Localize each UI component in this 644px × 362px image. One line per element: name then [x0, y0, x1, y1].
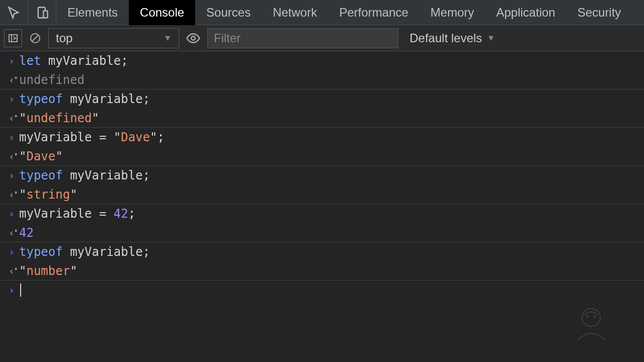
- console-input-row: ›typeof myVariable;: [0, 89, 644, 109]
- output-arrow-icon: ‹: [4, 189, 19, 201]
- tab-application[interactable]: Application: [485, 0, 566, 25]
- console-input-row: ›let myVariable;: [0, 51, 644, 70]
- tab-performance[interactable]: Performance: [328, 0, 419, 25]
- tab-memory[interactable]: Memory: [420, 0, 486, 25]
- svg-point-7: [582, 309, 600, 327]
- console-input-row: ›myVariable = "Dave";: [0, 128, 644, 147]
- svg-point-8: [587, 316, 589, 318]
- console-output-row: ‹"Dave": [0, 147, 644, 166]
- tab-sources[interactable]: Sources: [195, 0, 262, 25]
- clear-console-icon[interactable]: [26, 29, 44, 47]
- output-arrow-icon: ‹: [4, 74, 19, 86]
- tab-security[interactable]: Security: [567, 0, 632, 25]
- context-value: top: [56, 31, 72, 45]
- console-prompt[interactable]: ›: [0, 281, 644, 300]
- console-output-row: ‹42: [0, 223, 644, 242]
- input-arrow-icon: ›: [4, 55, 19, 67]
- context-selector[interactable]: top ▼: [48, 28, 179, 48]
- live-expression-icon[interactable]: [183, 31, 203, 46]
- tab-elements[interactable]: Elements: [56, 0, 129, 25]
- code-content: let myVariable;: [19, 54, 128, 68]
- output-arrow-icon: ‹: [4, 265, 19, 277]
- output-arrow-icon: ‹: [4, 227, 19, 239]
- devtools-tabs: ElementsConsoleSourcesNetworkPerformance…: [0, 0, 644, 25]
- code-content: myVariable = 42;: [19, 207, 135, 221]
- code-content: "number": [19, 264, 77, 278]
- input-arrow-icon: ›: [4, 284, 19, 296]
- svg-point-9: [594, 316, 596, 318]
- code-content: typeof myVariable;: [19, 92, 150, 106]
- code-content: typeof myVariable;: [19, 168, 150, 183]
- console-output: ›let myVariable;‹undefined›typeof myVari…: [0, 51, 644, 300]
- svg-line-5: [32, 35, 38, 41]
- chevron-down-icon: ▼: [164, 34, 172, 43]
- log-levels-selector[interactable]: Default levels ▼: [403, 31, 495, 45]
- output-arrow-icon: ‹: [4, 112, 19, 124]
- console-input-row: ›typeof myVariable;: [0, 242, 644, 261]
- filter-input[interactable]: Filter: [207, 28, 398, 48]
- input-arrow-icon: ›: [4, 131, 19, 143]
- svg-rect-1: [43, 11, 47, 18]
- input-arrow-icon: ›: [4, 169, 19, 182]
- console-toolbar: top ▼ Filter Default levels ▼: [0, 25, 644, 51]
- output-arrow-icon: ‹: [4, 150, 19, 162]
- console-output-row: ‹"number": [0, 261, 644, 281]
- watermark-icon: [569, 302, 614, 347]
- code-content: myVariable = "Dave";: [19, 130, 165, 144]
- toggle-sidebar-icon[interactable]: [4, 29, 22, 47]
- code-content: undefined: [19, 73, 85, 87]
- console-output-row: ‹"undefined": [0, 109, 644, 128]
- svg-point-6: [191, 36, 195, 40]
- device-toolbar-icon[interactable]: [28, 0, 56, 25]
- tab-network[interactable]: Network: [262, 0, 328, 25]
- code-content: "Dave": [19, 149, 63, 163]
- console-input-row: ›typeof myVariable;: [0, 166, 644, 185]
- input-arrow-icon: ›: [4, 246, 19, 258]
- console-output-row: ‹undefined: [0, 70, 644, 89]
- input-arrow-icon: ›: [4, 208, 19, 220]
- chevron-down-icon: ▼: [487, 34, 495, 43]
- input-arrow-icon: ›: [4, 93, 19, 105]
- code-content: "undefined": [19, 111, 99, 125]
- console-input-row: ›myVariable = 42;: [0, 204, 644, 223]
- inspect-icon[interactable]: [0, 0, 28, 25]
- code-content: 42: [19, 226, 34, 240]
- code-content: typeof myVariable;: [19, 245, 150, 259]
- console-output-row: ‹"string": [0, 185, 644, 204]
- levels-label: Default levels: [410, 31, 482, 45]
- filter-placeholder: Filter: [214, 31, 240, 45]
- code-content: "string": [19, 188, 77, 202]
- tab-console[interactable]: Console: [129, 0, 195, 25]
- text-caret: [20, 284, 21, 297]
